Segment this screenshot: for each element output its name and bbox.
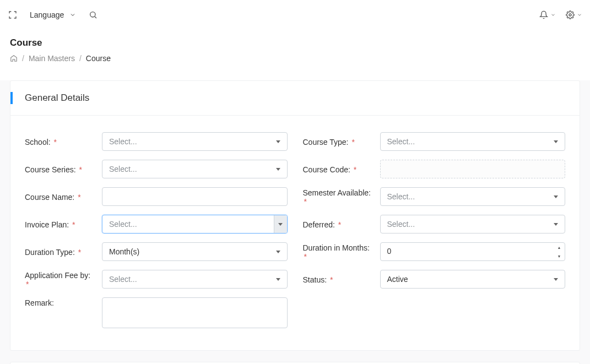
chevron-down-icon (276, 140, 280, 143)
course-name-input[interactable] (102, 187, 288, 206)
school-label: School: * (25, 137, 96, 146)
svg-point-0 (90, 12, 95, 17)
breadcrumb-main-masters[interactable]: Main Masters (29, 54, 75, 63)
course-series-select[interactable]: Select... (102, 160, 288, 178)
course-type-label: Course Type: * (303, 137, 375, 146)
next-card (10, 362, 580, 364)
semester-available-label: Semester Available: * (303, 187, 375, 206)
course-code-input[interactable] (380, 160, 566, 178)
card-header: General Details (10, 81, 580, 116)
breadcrumb-separator: / (22, 54, 24, 63)
chevron-down-icon (276, 278, 280, 281)
select-caret (274, 215, 287, 233)
invoice-plan-select[interactable]: Select... (102, 215, 288, 233)
home-icon[interactable] (10, 55, 18, 62)
topbar-left: Language (8, 10, 98, 20)
svg-line-1 (95, 17, 96, 18)
page-content: General Details School: * Select... (0, 80, 590, 364)
chevron-down-icon (278, 223, 283, 226)
duration-months-label: Duration in Months: * (303, 242, 375, 261)
language-dropdown[interactable]: Language (30, 10, 76, 19)
bell-icon (539, 10, 548, 19)
course-series-label: Course Series: * (25, 164, 96, 174)
chevron-down-icon (69, 12, 76, 18)
number-spinner: ▲ ▼ (554, 243, 565, 260)
language-label: Language (30, 10, 64, 19)
notifications-menu[interactable] (539, 10, 556, 19)
chevron-down-icon (554, 278, 558, 281)
status-select[interactable]: Active (380, 270, 566, 289)
semester-available-select[interactable]: Select... (380, 187, 566, 206)
chevron-down-icon (276, 168, 280, 171)
breadcrumb-separator: / (79, 54, 82, 63)
gear-icon (566, 10, 575, 19)
chevron-down-icon (276, 251, 280, 253)
chevron-down-icon (554, 195, 558, 198)
svg-point-2 (569, 14, 571, 16)
card-title: General Details (20, 93, 89, 104)
page-title: Course (10, 37, 580, 48)
status-label: Status: * (303, 274, 375, 284)
chevron-down-icon (577, 12, 582, 18)
breadcrumb: / Main Masters / Course (10, 54, 580, 63)
application-fee-by-select[interactable]: Select... (102, 270, 288, 289)
deferred-label: Deferred: * (303, 219, 375, 229)
spinner-up[interactable]: ▲ (554, 243, 565, 252)
chevron-down-icon (550, 12, 556, 18)
general-details-card: General Details School: * Select... (10, 80, 580, 351)
deferred-select[interactable]: Select... (380, 215, 566, 233)
topbar: Language (0, 0, 590, 30)
course-type-select[interactable]: Select... (380, 132, 566, 151)
duration-months-input[interactable]: 0 ▲ ▼ (380, 242, 566, 261)
settings-menu[interactable] (566, 10, 582, 19)
spinner-down[interactable]: ▼ (554, 252, 565, 260)
invoice-plan-label: Invoice Plan: * (25, 219, 96, 229)
search-icon[interactable] (88, 10, 98, 20)
course-code-label: Course Code: * (303, 164, 375, 174)
topbar-right (539, 10, 582, 19)
breadcrumb-current: Course (86, 54, 111, 63)
duration-type-label: Duration Type: * (25, 247, 96, 257)
accent-bar (10, 92, 13, 104)
remark-textarea[interactable] (102, 297, 288, 328)
school-select[interactable]: Select... (102, 132, 288, 151)
course-name-label: Course Name: * (25, 192, 96, 202)
application-fee-by-label: Application Fee by: * (25, 270, 96, 289)
chevron-down-icon (554, 140, 558, 143)
remark-label: Remark: (25, 297, 96, 307)
chevron-down-icon (554, 223, 558, 226)
fullscreen-icon[interactable] (8, 10, 18, 20)
duration-type-select[interactable]: Month(s) (102, 242, 288, 261)
